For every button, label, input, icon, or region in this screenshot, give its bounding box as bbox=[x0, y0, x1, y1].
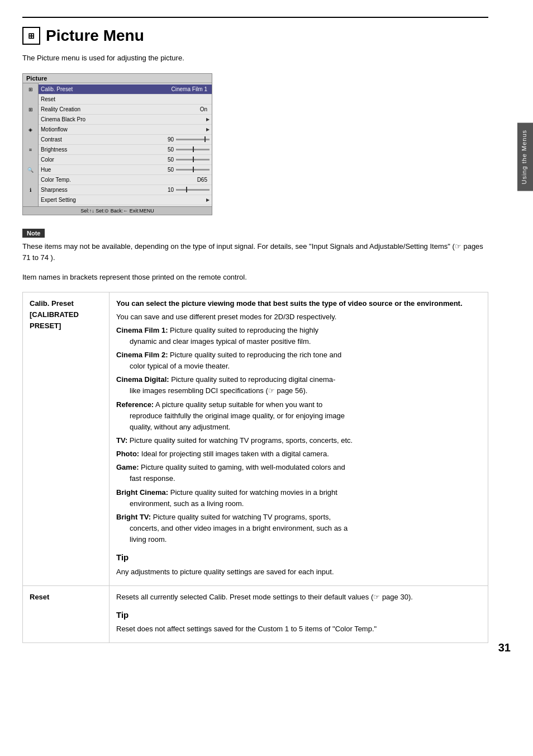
menu-value-contrast: 90 bbox=[168, 136, 174, 143]
menu-value-brightness: 50 bbox=[168, 147, 174, 153]
indent-cinema-digital: like images resembling DCI specification… bbox=[116, 385, 481, 396]
menu-row-color-temp: Color Temp. D65 bbox=[39, 175, 212, 185]
tip-heading-calib-preset: Tip bbox=[116, 551, 481, 564]
menu-title-bar: Picture bbox=[23, 74, 212, 83]
desc-calib-preset-heading: You can select the picture viewing mode … bbox=[116, 298, 481, 309]
menu-row-calib-preset: Calib. Preset Cinema Film 1 bbox=[39, 84, 212, 94]
tip-text-reset: Reset does not affect settings saved for… bbox=[116, 623, 481, 635]
indent-reference-2: quality, without any adjustment. bbox=[116, 422, 481, 433]
table-row-calib-preset: Calib. Preset [CALIBRATED PRESET] You ca… bbox=[23, 292, 488, 585]
menu-value-hue: 50 bbox=[168, 167, 174, 173]
menu-slider-color bbox=[176, 159, 210, 160]
label-calib-preset-main: Calib. Preset bbox=[30, 299, 74, 308]
menu-label-calib-preset: Calib. Preset bbox=[41, 86, 172, 92]
desc-calib-preset-body-5: Reference: A picture quality setup suita… bbox=[116, 399, 481, 433]
indent-cinema-film-2: color typical of a movie theater. bbox=[116, 361, 481, 372]
indent-bright-cinema: environment, such as a living room. bbox=[116, 498, 481, 509]
desc-reset-body: Resets all currently selected Calib. Pre… bbox=[116, 592, 481, 603]
menu-icons-col: ⊞ ⊞ ◈ ≡ 🔍 ℹ bbox=[23, 83, 39, 206]
side-tab: Using the Menus bbox=[517, 123, 533, 191]
indent-bright-tv-2: living room. bbox=[116, 534, 481, 545]
menu-row-reality-creation: Reality Creation On bbox=[39, 105, 212, 115]
menu-row-sharpness: Sharpness 10 bbox=[39, 185, 212, 195]
menu-row-contrast: Contrast 90 bbox=[39, 135, 212, 145]
menu-icon-10 bbox=[23, 175, 38, 185]
desc-calib-preset: You can select the picture viewing mode … bbox=[110, 292, 488, 585]
menu-icon-4 bbox=[23, 115, 38, 125]
menu-label-expert-setting: Expert Setting bbox=[41, 197, 206, 203]
menu-label-reset: Reset bbox=[41, 96, 210, 102]
menu-icon-12 bbox=[23, 195, 38, 205]
menu-row-brightness: Brightness 50 bbox=[39, 145, 212, 155]
title-icon: ⊞ bbox=[22, 27, 40, 45]
menu-arrow-cinema-black-pro: ▶ bbox=[206, 117, 210, 122]
menu-value-color-temp: D65 bbox=[197, 177, 207, 183]
menu-slider-contrast bbox=[176, 139, 210, 140]
label-reset: Reset bbox=[23, 585, 110, 643]
page-title: Picture Menu bbox=[46, 27, 144, 45]
page-number: 31 bbox=[498, 641, 511, 654]
menu-icon-9: 🔍 bbox=[23, 165, 38, 175]
tip-text-calib-preset: Any adjustments to picture quality setti… bbox=[116, 566, 481, 578]
menu-row-cinema-black-pro: Cinema Black Pro ▶ bbox=[39, 115, 212, 125]
menu-items-col: Calib. Preset Cinema Film 1 Reset Realit… bbox=[39, 83, 212, 206]
menu-value-sharpness: 10 bbox=[168, 187, 174, 193]
note-label: Note bbox=[22, 229, 45, 238]
title-icon-symbol: ⊞ bbox=[28, 31, 35, 40]
menu-icon-8 bbox=[23, 155, 38, 165]
menu-value-calib-preset: Cinema Film 1 bbox=[172, 86, 207, 92]
menu-slider-brightness bbox=[176, 149, 210, 150]
menu-icon-7: ≡ bbox=[23, 145, 38, 155]
menu-label-color-temp: Color Temp. bbox=[41, 177, 197, 183]
page-title-section: ⊞ Picture Menu bbox=[22, 17, 488, 45]
label-calib-preset-bracket: [CALIBRATED PRESET] bbox=[30, 310, 79, 330]
menu-label-contrast: Contrast bbox=[41, 136, 168, 143]
desc-calib-preset-body-1: You can save and use different preset mo… bbox=[116, 311, 481, 323]
menu-icon-2 bbox=[23, 94, 38, 105]
indent-reference: reproduce faithfully the original image … bbox=[116, 410, 481, 422]
menu-icon-5: ◈ bbox=[23, 125, 38, 135]
desc-reset: Resets all currently selected Calib. Pre… bbox=[110, 585, 488, 643]
tip-heading-reset: Tip bbox=[116, 608, 481, 621]
menu-label-brightness: Brightness bbox=[41, 147, 168, 153]
menu-icon-11: ℹ bbox=[23, 185, 38, 195]
desc-calib-preset-body-6: TV: Picture quality suited for watching … bbox=[116, 435, 481, 446]
menu-label-cinema-black-pro: Cinema Black Pro bbox=[41, 116, 206, 122]
desc-calib-preset-body-3: Cinema Film 2: Picture quality suited to… bbox=[116, 349, 481, 372]
desc-calib-preset-body-8: Game: Picture quality suited to gaming, … bbox=[116, 462, 481, 484]
label-reset-text: Reset bbox=[30, 593, 49, 601]
desc-calib-preset-body-9: Bright Cinema: Picture quality suited fo… bbox=[116, 487, 481, 509]
table-row-reset: Reset Resets all currently selected Cali… bbox=[23, 585, 488, 643]
menu-row-hue: Hue 50 bbox=[39, 165, 212, 175]
menu-icon-6 bbox=[23, 135, 38, 145]
menu-arrow-expert-setting: ▶ bbox=[206, 197, 210, 202]
menu-row-reset: Reset bbox=[39, 94, 212, 105]
menu-label-color: Color bbox=[41, 157, 168, 163]
menu-icon-1: ⊞ bbox=[23, 84, 38, 94]
menu-screenshot: Picture ⊞ ⊞ ◈ ≡ 🔍 ℹ Calib. Preset bbox=[22, 73, 212, 215]
menu-row-color: Color 50 bbox=[39, 155, 212, 165]
menu-label-sharpness: Sharpness bbox=[41, 187, 168, 193]
item-names-note: Item names in brackets represent those p… bbox=[22, 272, 488, 283]
desc-calib-preset-body-10: Bright TV: Picture quality suited for wa… bbox=[116, 512, 481, 545]
menu-label-reality-creation: Reality Creation bbox=[41, 106, 200, 112]
menu-label-hue: Hue bbox=[41, 167, 168, 173]
label-calib-preset: Calib. Preset [CALIBRATED PRESET] bbox=[23, 292, 110, 585]
menu-value-reality-creation: On bbox=[200, 106, 207, 112]
indent-cinema-film-1: dynamic and clear images typical of mast… bbox=[116, 336, 481, 347]
menu-value-color: 50 bbox=[168, 157, 174, 163]
intro-paragraph: The Picture menu is used for adjusting t… bbox=[22, 54, 488, 62]
desc-calib-preset-body-7: Photo: Ideal for projecting still images… bbox=[116, 448, 481, 460]
menu-slider-sharpness bbox=[176, 189, 210, 191]
menu-slider-hue bbox=[176, 169, 210, 171]
desc-calib-preset-body-4: Cinema Digital: Picture quality suited t… bbox=[116, 374, 481, 396]
note-box: Note These items may not be available, d… bbox=[22, 229, 488, 263]
menu-row-expert-setting: Expert Setting ▶ bbox=[39, 195, 212, 205]
note-text: These items may not be available, depend… bbox=[22, 241, 488, 263]
content-table: Calib. Preset [CALIBRATED PRESET] You ca… bbox=[22, 292, 488, 644]
desc-calib-preset-body-2: Cinema Film 1: Picture quality suited to… bbox=[116, 325, 481, 347]
indent-bright-tv: concerts, and other video images in a br… bbox=[116, 523, 481, 534]
menu-icon-3: ⊞ bbox=[23, 105, 38, 115]
menu-label-motionflow: Motionflow bbox=[41, 126, 206, 133]
menu-bottom-bar: Sel:↑↓ Set:⊙ Back:← Exit:MENU bbox=[23, 206, 212, 215]
